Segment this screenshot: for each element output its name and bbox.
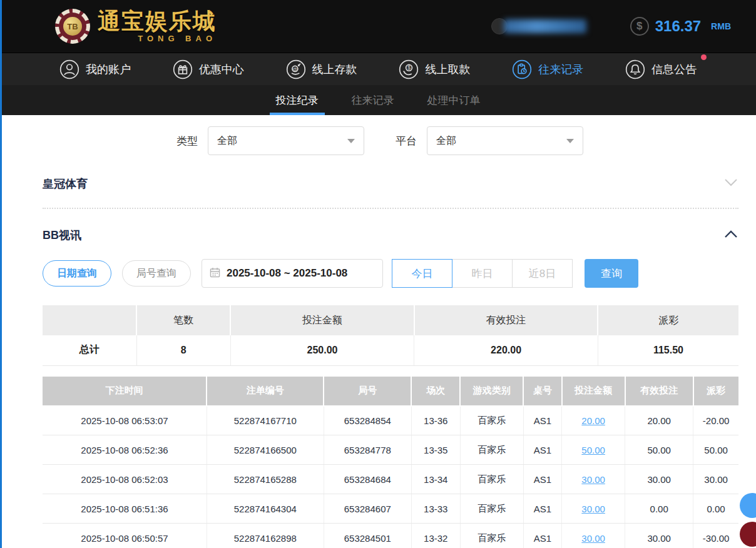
section-title: BB视讯 — [43, 228, 81, 243]
round-no: 653284854 — [324, 406, 411, 435]
yesterday-button[interactable]: 昨日 — [452, 259, 513, 288]
brand-name: 通宝娱乐城 — [98, 10, 217, 33]
section-title: 皇冠体育 — [43, 176, 88, 191]
col-game-type: 游戏类别 — [460, 377, 523, 406]
table-header-row: 下注时间 注单编号 局号 场次 游戏类别 桌号 投注金额 有效投注 派彩 — [43, 377, 738, 406]
deposit-icon: @ — [286, 59, 306, 79]
chip-monogram: TB — [63, 17, 82, 36]
table-no: AS1 — [523, 465, 561, 494]
user-account[interactable] — [491, 18, 586, 34]
payout: -20.00 — [693, 406, 738, 435]
notification-dot — [701, 54, 707, 60]
section-crown-sports[interactable]: 皇冠体育 — [43, 176, 738, 191]
summary-header-bet-amount: 投注金额 — [230, 305, 414, 335]
valid-bet: 20.00 — [625, 406, 693, 435]
window-edge-stripe — [0, 0, 2, 548]
nav-item-deposit[interactable]: @ 线上存款 — [286, 59, 357, 79]
nav-item-promotions[interactable]: 优惠中心 — [173, 59, 244, 79]
chevron-down-icon — [347, 139, 355, 143]
nav-item-my-account[interactable]: 我的账户 — [59, 59, 131, 79]
game-type: 百家乐 — [460, 465, 523, 494]
bell-icon — [625, 59, 645, 79]
payout: 30.00 — [693, 465, 738, 494]
col-payout: 派彩 — [693, 377, 738, 406]
col-valid-bet: 有效投注 — [625, 377, 693, 406]
query-toolbar: 日期查询 局号查询 2025-10-08 ~ 2025-10-08 今日 昨日 … — [43, 259, 738, 288]
search-button[interactable]: 查询 — [585, 259, 638, 288]
table-row: 2025-10-08 06:51:36 522874164304 6532846… — [43, 494, 738, 524]
date-range-input[interactable]: 2025-10-08 ~ 2025-10-08 — [202, 259, 383, 288]
bet-time: 2025-10-08 06:53:07 — [43, 406, 207, 435]
tab-transaction-records[interactable]: 往来记录 — [349, 85, 397, 115]
page: TB 通宝娱乐城 TONG BAO $ 316.37 RMB 我的账户 — [0, 0, 756, 548]
section-divider — [43, 208, 738, 209]
main-content: 类型 全部 平台 全部 皇冠体育 BB视讯 日期查询 局号查询 — [0, 126, 756, 548]
col-bet-time: 下注时间 — [43, 377, 207, 406]
game-type: 百家乐 — [460, 494, 523, 524]
brand-logo[interactable]: TB 通宝娱乐城 TONG BAO — [55, 9, 217, 44]
betting-records-table: 下注时间 注单编号 局号 场次 游戏类别 桌号 投注金额 有效投注 派彩 202… — [43, 377, 738, 548]
game-type: 百家乐 — [460, 435, 523, 465]
chevron-down-icon — [723, 178, 738, 190]
round-no: 653284684 — [324, 465, 411, 494]
col-order-no: 注单编号 — [207, 377, 324, 406]
summary-bet-amount: 250.00 — [230, 335, 414, 365]
last-8-days-button[interactable]: 近8日 — [512, 259, 573, 288]
order-no: 522874167710 — [207, 406, 324, 435]
chevron-down-icon — [566, 139, 574, 143]
nav-item-transaction-records[interactable]: 往来记录 — [512, 59, 583, 79]
section-bb-video[interactable]: BB视讯 — [43, 228, 738, 243]
platform-filter-label: 平台 — [396, 134, 417, 148]
nav-item-announcements[interactable]: 信息公告 — [625, 59, 697, 79]
bet-amount-link[interactable]: 30.00 — [581, 533, 605, 544]
game-type: 百家乐 — [460, 406, 523, 435]
calendar-icon — [210, 267, 220, 280]
platform-select[interactable]: 全部 — [427, 126, 583, 155]
session: 13-33 — [411, 494, 460, 524]
nav-item-withdraw[interactable]: $ 线上取款 — [399, 59, 470, 79]
valid-bet: 30.00 — [625, 524, 693, 548]
balance-currency: RMB — [711, 21, 731, 31]
summary-header-valid-bet: 有效投注 — [414, 305, 598, 335]
bet-amount-link[interactable]: 50.00 — [581, 445, 605, 455]
main-nav: 我的账户 优惠中心 @ 线上存款 $ 线上取款 往来记录 信息公告 — [0, 53, 756, 85]
date-range-value: 2025-10-08 ~ 2025-10-08 — [227, 267, 347, 280]
table-row: 2025-10-08 06:52:03 522874165288 6532846… — [43, 465, 738, 494]
summary-total-label: 总计 — [43, 335, 136, 365]
round-no: 653284778 — [324, 435, 411, 465]
bet-amount-link[interactable]: 30.00 — [581, 474, 605, 485]
bet-time: 2025-10-08 06:52:36 — [43, 435, 207, 465]
svg-text:$: $ — [408, 64, 411, 71]
today-button[interactable]: 今日 — [392, 259, 452, 288]
col-table-no: 桌号 — [523, 377, 561, 406]
summary-total-row: 总计 8 250.00 220.00 115.50 — [43, 335, 738, 365]
brand-subtitle: TONG BAO — [98, 34, 217, 43]
order-no: 522874164304 — [207, 494, 324, 524]
valid-bet: 30.00 — [625, 465, 693, 494]
summary-valid-bet: 220.00 — [414, 335, 598, 365]
balance-amount: 316.37 — [655, 18, 701, 35]
table-no: AS1 — [523, 524, 561, 548]
dollar-coin-icon: $ — [630, 17, 649, 36]
order-no: 522874166500 — [207, 435, 324, 465]
tab-betting-records[interactable]: 投注纪录 — [273, 85, 321, 115]
top-header: TB 通宝娱乐城 TONG BAO $ 316.37 RMB — [0, 0, 756, 53]
type-filter-label: 类型 — [176, 134, 198, 148]
session: 13-32 — [411, 524, 460, 548]
payout: -30.00 — [693, 524, 738, 548]
order-no: 522874162898 — [207, 524, 324, 548]
payout: 50.00 — [693, 435, 738, 465]
round-query-button[interactable]: 局号查询 — [122, 260, 191, 287]
chevron-up-icon — [723, 229, 738, 241]
record-tabs: 投注纪录 往来记录 处理中订单 — [0, 85, 756, 115]
round-no: 653284501 — [324, 524, 411, 548]
round-no: 653284607 — [324, 494, 411, 524]
tab-pending-orders[interactable]: 处理中订单 — [425, 85, 483, 115]
valid-bet: 50.00 — [625, 435, 693, 465]
date-query-button[interactable]: 日期查询 — [43, 260, 111, 287]
bet-amount-link[interactable]: 20.00 — [581, 415, 605, 426]
order-no: 522874165288 — [207, 465, 324, 494]
summary-header-row: 笔数 投注金额 有效投注 派彩 — [43, 305, 738, 335]
type-select[interactable]: 全部 — [208, 126, 364, 155]
bet-amount-link[interactable]: 30.00 — [581, 504, 605, 514]
